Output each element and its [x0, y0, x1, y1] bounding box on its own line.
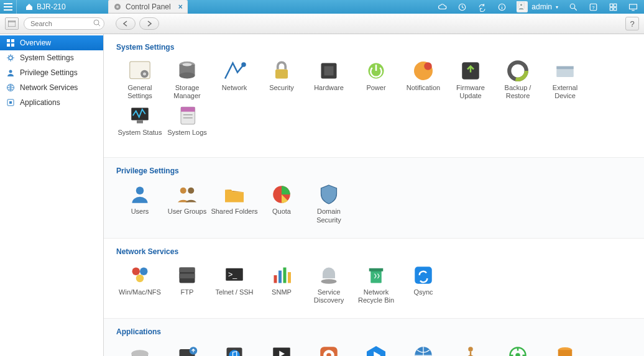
- item-label: Users: [116, 208, 163, 222]
- back-button[interactable]: [116, 17, 136, 30]
- item-backup-station[interactable]: Backup Station: [163, 342, 211, 356]
- sidebar-item-system-settings[interactable]: System Settings: [0, 50, 103, 65]
- item-domain-security[interactable]: Domain Security: [305, 181, 352, 226]
- svg-rect-11: [610, 7, 613, 11]
- item-network[interactable]: Network: [211, 58, 258, 103]
- search-box: [24, 17, 104, 30]
- item-ldap-server[interactable]: LDAP Server: [447, 342, 494, 356]
- item-win-mac-nfs[interactable]: Win/Mac/NFS: [116, 262, 163, 307]
- sidebar-item-network-services[interactable]: Network Services: [0, 80, 103, 95]
- svg-point-66: [321, 279, 337, 284]
- item-quota[interactable]: Quota: [258, 181, 305, 226]
- item-hardware[interactable]: Hardware: [305, 58, 352, 103]
- svg-point-31: [183, 63, 192, 66]
- home-tab[interactable]: BJR-210: [17, 0, 75, 14]
- item-backup-restore[interactable]: Backup / Restore: [494, 58, 541, 103]
- item-icon: [411, 265, 436, 286]
- item-mysql-server[interactable]: MySQL Server: [541, 342, 589, 356]
- svg-text:>_: >_: [228, 270, 237, 278]
- svg-point-88: [468, 347, 473, 352]
- item-telnet-ssh[interactable]: >_Telnet / SSH: [211, 262, 258, 307]
- item-icon: [553, 60, 577, 81]
- item-notification[interactable]: Notification: [400, 58, 447, 103]
- sidebar-item-overview[interactable]: Overview: [0, 35, 103, 50]
- help-button[interactable]: ?: [625, 17, 639, 30]
- clock-icon[interactable]: [457, 2, 467, 12]
- sidebar-item-label: Applications: [20, 98, 60, 107]
- item-icon: [222, 60, 247, 81]
- item-label: Quota: [258, 208, 305, 222]
- item-label: SNMP: [258, 288, 305, 303]
- item-icon: [269, 60, 294, 81]
- sidebar: OverviewSystem SettingsPrivilege Setting…: [0, 34, 104, 356]
- item-icon: [222, 345, 247, 356]
- item-icon: [222, 184, 247, 205]
- item-system-status[interactable]: System Status: [116, 103, 163, 146]
- forward-button[interactable]: [139, 17, 159, 30]
- item-external-device[interactable]: External Device: [541, 58, 589, 103]
- item-power[interactable]: Power: [352, 58, 400, 103]
- search-top-icon[interactable]: [568, 2, 578, 12]
- item-users[interactable]: Users: [116, 181, 163, 226]
- svg-text:?: ?: [592, 4, 594, 10]
- item-transcode-management[interactable]: Transcode Management: [352, 342, 400, 356]
- section-title: Applications: [116, 327, 632, 336]
- item-firmware-update[interactable]: Firmware Update: [447, 58, 494, 103]
- sidebar-item-privilege-settings[interactable]: Privilege Settings: [0, 65, 103, 80]
- item-icon: [175, 60, 200, 81]
- svg-rect-43: [556, 66, 574, 70]
- item-station-manager[interactable]: Station Manager: [116, 342, 163, 356]
- item-user-groups[interactable]: User Groups: [163, 181, 211, 226]
- item-security[interactable]: Security: [258, 58, 305, 103]
- item-label: System Logs: [163, 129, 211, 144]
- item-qsync[interactable]: Qsync: [400, 262, 447, 307]
- item-dlna-media-server[interactable]: DLNA Media Server: [258, 342, 305, 356]
- svg-rect-65: [288, 272, 291, 283]
- app-tab-control-panel[interactable]: Control Panel ×: [108, 0, 188, 14]
- item-network-recycle-bin[interactable]: Network Recycle Bin: [352, 262, 400, 307]
- svg-point-72: [131, 350, 149, 356]
- item-vpn-service[interactable]: VPN Service: [494, 342, 541, 356]
- info-icon[interactable]: [497, 2, 507, 12]
- item-icon: [175, 265, 200, 286]
- item-label: Service Discovery: [305, 288, 352, 304]
- item-label: Notification: [400, 84, 447, 99]
- svg-rect-35: [324, 66, 334, 76]
- item-shared-folders[interactable]: Shared Folders: [211, 181, 258, 226]
- sidebar-item-label: Privilege Settings: [20, 68, 78, 77]
- item-ftp[interactable]: FTP: [163, 262, 211, 307]
- item-icon: [175, 184, 200, 205]
- item-snmp[interactable]: SNMP: [258, 262, 305, 307]
- item-label: Domain Security: [305, 208, 352, 224]
- item-icon: [505, 345, 530, 356]
- help-top-icon[interactable]: ?: [588, 2, 598, 12]
- item-storage-manager[interactable]: Storage Manager: [163, 58, 211, 103]
- svg-point-21: [9, 56, 12, 60]
- svg-rect-45: [137, 121, 143, 124]
- search-input[interactable]: [24, 17, 104, 30]
- item-general-settings[interactable]: General Settings: [116, 58, 163, 103]
- svg-rect-9: [610, 4, 613, 7]
- item-label: System Status: [116, 129, 163, 144]
- item-label: Shared Folders: [211, 208, 258, 222]
- cloud-icon[interactable]: [437, 2, 447, 12]
- section-system-settings: System SettingsGeneral SettingsStorage M…: [104, 34, 644, 158]
- item-service-discovery[interactable]: Service Discovery: [305, 262, 352, 307]
- home-icon: [25, 3, 33, 11]
- refresh-icon[interactable]: [477, 2, 487, 12]
- sidebar-item-applications[interactable]: Applications: [0, 95, 103, 110]
- item-system-logs[interactable]: System Logs: [163, 103, 211, 146]
- svg-point-56: [136, 275, 144, 283]
- dashboard-icon[interactable]: [608, 2, 618, 12]
- main-menu-button[interactable]: [0, 0, 17, 14]
- section-title: Privilege Settings: [116, 167, 632, 175]
- monitor-icon[interactable]: [628, 2, 638, 12]
- item-web-server[interactable]: Web Server: [400, 342, 447, 356]
- user-menu[interactable]: admin ▾: [517, 1, 558, 12]
- item-multimedia-management[interactable]: Multimedia Management: [305, 342, 352, 356]
- svg-rect-12: [614, 7, 617, 11]
- window-mode-button[interactable]: [5, 17, 19, 30]
- close-tab-button[interactable]: ×: [178, 2, 183, 11]
- section-title: Network Services: [116, 247, 632, 256]
- item-itunes-server[interactable]: iTunes Server: [211, 342, 258, 356]
